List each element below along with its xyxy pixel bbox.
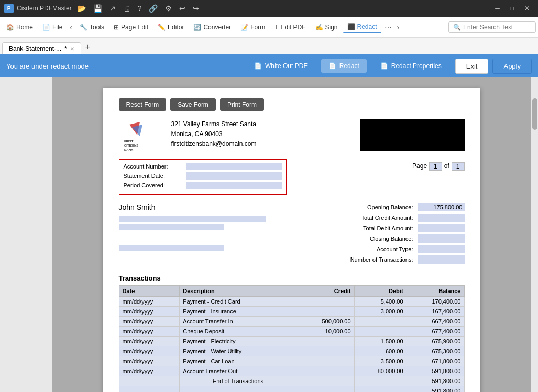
menu-sign[interactable]: ✍ Sign: [311, 21, 342, 33]
closing-balance-label: Closing Balance:: [334, 236, 418, 242]
total-debit-value[interactable]: [418, 224, 465, 232]
white-out-pdf-button[interactable]: 📄 White Out PDF: [247, 59, 315, 73]
more-icon[interactable]: ⋯: [382, 23, 394, 31]
title-bar: P Cisdem PDFMaster 📂 💾 ↗ 🖨 ? 🔗 ⚙ ↩ ↪ ─ □…: [0, 0, 538, 17]
total-credit-value[interactable]: [418, 214, 465, 222]
cell-date: [119, 376, 180, 386]
reset-form-button[interactable]: Reset Form: [119, 98, 167, 111]
menu-page-edit[interactable]: ⊞ Page Edit: [109, 21, 152, 33]
forward-icon[interactable]: ›: [395, 23, 402, 31]
tabs-bar: Bank-Statement-... * ✕ +: [0, 38, 538, 54]
menu-home[interactable]: 🏠 Home: [2, 21, 37, 33]
menu-file[interactable]: 📄 File: [38, 21, 67, 33]
menu-edit-pdf[interactable]: T Edit PDF: [270, 21, 310, 33]
print-icon[interactable]: 🖨: [121, 4, 133, 13]
opening-balance-value[interactable]: 175,800.00: [418, 203, 465, 211]
search-input[interactable]: [463, 24, 531, 31]
num-transactions-label: Number of Transactions:: [334, 256, 418, 263]
cell-date: mm/dd/yyyy: [119, 356, 180, 366]
page-edit-icon: ⊞: [114, 24, 119, 31]
minimize-button[interactable]: ─: [491, 3, 504, 14]
page-current: 1: [429, 162, 442, 171]
file-icon: 📄: [42, 24, 50, 31]
menu-bar: 🏠 Home 📄 File ‹ 🔧 Tools ⊞ Page Edit ✏️ E…: [0, 17, 538, 38]
account-number-input[interactable]: [186, 163, 282, 170]
redact-icon: 📄: [328, 62, 336, 70]
save-form-button[interactable]: Save Form: [170, 98, 216, 111]
addr-line-1: [119, 216, 266, 222]
menu-converter[interactable]: 🔄 Converter: [189, 21, 235, 33]
exit-button[interactable]: Exit: [455, 59, 489, 74]
balance-section: John Smith Opening Balance: 175,800.00 T…: [119, 203, 465, 266]
cell-date: mm/dd/yyyy: [119, 317, 180, 327]
cell-date: mm/dd/yyyy: [119, 346, 180, 356]
app-logo: P: [4, 4, 14, 13]
open-icon[interactable]: 📂: [75, 4, 88, 13]
table-header-row: Date Description Credit Debit Balance: [119, 286, 464, 297]
cell-credit: [297, 376, 354, 386]
cell-description: --- End of Transactions ---: [180, 376, 297, 386]
converter-icon: 🔄: [193, 24, 201, 31]
cell-debit: [354, 317, 407, 327]
help-icon[interactable]: ?: [136, 4, 144, 13]
transactions-title: Transactions: [119, 274, 465, 282]
closing-balance-row: Closing Balance:: [334, 234, 465, 243]
closing-balance-value[interactable]: [418, 234, 465, 243]
table-row: mm/dd/yyyy Payment - Credit Card 5,400.0…: [119, 297, 464, 307]
scrollbar-thumb[interactable]: [532, 98, 537, 130]
redo-icon[interactable]: ↪: [191, 4, 201, 13]
tab-close-button[interactable]: ✕: [70, 46, 74, 52]
period-covered-input[interactable]: [186, 182, 282, 189]
cell-credit: [297, 356, 354, 366]
bank-address-1: 321 Valley Farms Street Santa: [171, 119, 349, 129]
menu-redact[interactable]: ⬛ Redact: [343, 21, 381, 33]
num-transactions-value[interactable]: [418, 255, 465, 264]
col-credit: Credit: [297, 286, 354, 297]
tools-icon: 🔧: [80, 24, 87, 31]
cell-credit: [297, 366, 354, 376]
cell-debit: 80,000.00: [354, 366, 407, 376]
cell-credit: 500,000.00: [297, 317, 354, 327]
settings-icon[interactable]: ⚙: [163, 4, 174, 13]
account-type-value[interactable]: [418, 245, 465, 253]
menu-tools[interactable]: 🔧 Tools: [75, 21, 108, 33]
save-icon[interactable]: 💾: [91, 4, 104, 13]
redact-properties-button[interactable]: 📄 Redact Properties: [373, 59, 449, 73]
thumbnail-panel: [0, 77, 52, 392]
redact-button[interactable]: 📄 Redact: [321, 59, 367, 73]
menu-form[interactable]: 📝 Form: [236, 21, 269, 33]
col-debit: Debit: [354, 286, 407, 297]
link-icon[interactable]: 🔗: [147, 4, 160, 13]
print-form-button[interactable]: Print Form: [220, 98, 264, 111]
statement-date-input[interactable]: [186, 172, 282, 180]
tab-modified-indicator: *: [64, 45, 67, 52]
cell-debit: [354, 376, 407, 386]
document-tab[interactable]: Bank-Statement-... * ✕: [2, 42, 81, 54]
pdf-area[interactable]: Reset Form Save Form Print Form FIRST CI…: [52, 77, 531, 392]
edit-pdf-icon: T: [275, 24, 278, 31]
bank-logo: FIRST CITIZENS BANK: [119, 119, 161, 151]
cell-balance: 671,800.00: [407, 356, 464, 366]
cell-balance: 167,400.00: [407, 307, 464, 317]
cell-credit: [297, 346, 354, 356]
account-number-label: Account Number:: [124, 163, 186, 170]
new-tab-button[interactable]: +: [81, 40, 94, 54]
menu-editor[interactable]: ✏️ Editor: [153, 21, 188, 33]
opening-balance-row: Opening Balance: 175,800.00: [334, 203, 465, 211]
cell-credit: [297, 307, 354, 317]
back-icon[interactable]: ‹: [68, 23, 74, 31]
page-total: 1: [452, 162, 465, 171]
maximize-button[interactable]: □: [506, 3, 518, 14]
search-box[interactable]: 🔍: [448, 21, 536, 33]
redact-mode-label: You are under redact mode: [6, 62, 240, 70]
balance-fields: Opening Balance: 175,800.00 Total Credit…: [334, 203, 465, 266]
apply-button[interactable]: Apply: [492, 59, 532, 74]
cell-balance: 591,800.00: [407, 386, 464, 393]
num-transactions-row: Number of Transactions:: [334, 255, 465, 264]
share-icon[interactable]: ↗: [107, 4, 118, 13]
undo-icon[interactable]: ↩: [177, 4, 188, 13]
close-button[interactable]: ✕: [520, 3, 534, 14]
bank-header: FIRST CITIZENS BANK 321 Valley Farms Str…: [119, 119, 465, 151]
account-fields: Account Number: Statement Date: Period C…: [119, 159, 287, 195]
account-number-row: Account Number:: [124, 163, 282, 170]
